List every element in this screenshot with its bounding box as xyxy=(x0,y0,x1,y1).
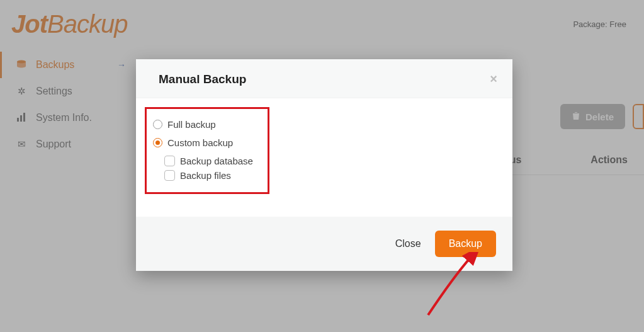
checkbox-icon xyxy=(164,170,175,181)
close-button[interactable]: Close xyxy=(395,238,421,249)
manual-backup-modal: Manual Backup × Full backup Custom backu… xyxy=(136,59,512,271)
modal-header: Manual Backup × xyxy=(136,59,512,98)
annotation-highlight-box: Full backup Custom backup Backup databas… xyxy=(145,107,269,194)
backup-button[interactable]: Backup xyxy=(435,231,496,257)
close-icon[interactable]: × xyxy=(490,72,497,86)
radio-icon xyxy=(153,138,162,147)
checkbox-label: Backup database xyxy=(180,156,253,166)
modal-footer: Close Backup xyxy=(136,217,512,271)
checkbox-backup-files[interactable]: Backup files xyxy=(164,170,261,181)
modal-body: Full backup Custom backup Backup databas… xyxy=(136,98,512,217)
checkbox-icon xyxy=(164,156,175,166)
radio-full-backup[interactable]: Full backup xyxy=(153,119,261,130)
radio-icon xyxy=(153,120,162,129)
modal-title: Manual Backup xyxy=(159,72,246,86)
radio-label: Full backup xyxy=(167,119,216,130)
checkbox-label: Backup files xyxy=(180,170,231,181)
radio-custom-backup[interactable]: Custom backup xyxy=(153,137,261,148)
radio-label: Custom backup xyxy=(167,137,233,148)
checkbox-backup-database[interactable]: Backup database xyxy=(164,156,261,166)
